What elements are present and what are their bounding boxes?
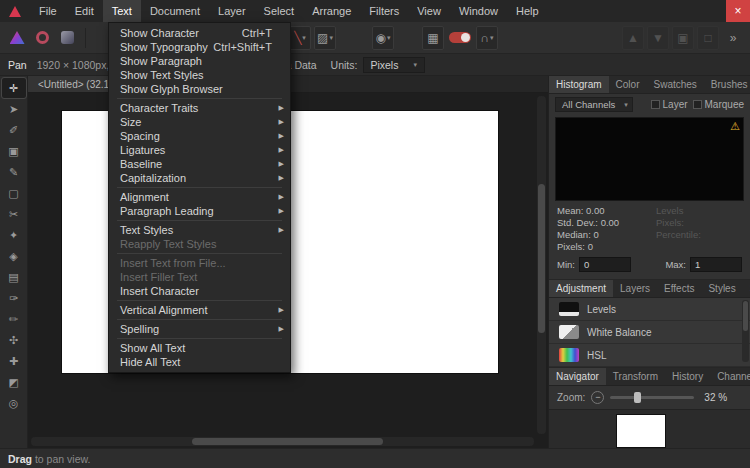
zoom-slider-knob[interactable]	[634, 392, 641, 403]
vertical-scrollbar[interactable]	[537, 96, 546, 434]
menu-item-insert-character[interactable]: Insert Character	[109, 284, 290, 298]
order-forward-button[interactable]: ▲	[622, 26, 644, 50]
tab-effects[interactable]: Effects	[657, 280, 701, 297]
clone-stamp-tool[interactable]: ✣	[2, 330, 26, 350]
menu-item-show-all-text[interactable]: Show All Text	[109, 341, 290, 355]
selection-brush-tool[interactable]: ✎	[2, 162, 26, 182]
tab-navigator[interactable]: Navigator	[549, 368, 606, 385]
window-close-button[interactable]: ×	[726, 0, 750, 22]
menu-edit[interactable]: Edit	[66, 0, 103, 22]
adjustment-scrollbar[interactable]	[742, 300, 749, 362]
max-input[interactable]	[690, 257, 742, 272]
menu-window[interactable]: Window	[450, 0, 507, 22]
menu-file[interactable]: File	[30, 0, 66, 22]
navigator-thumbnail[interactable]	[617, 415, 665, 447]
menu-item-baseline[interactable]: Baseline▶	[109, 157, 290, 171]
lasso-tool[interactable]: ✂	[2, 204, 26, 224]
photo-persona-button[interactable]	[6, 26, 28, 50]
pencil-tool[interactable]: ✏	[2, 309, 26, 329]
menu-item-spacing[interactable]: Spacing▶	[109, 129, 290, 143]
menu-item-alignment[interactable]: Alignment▶	[109, 190, 290, 204]
order-backward-button[interactable]: ▼	[647, 26, 669, 50]
adjustment-scrollbar-thumb[interactable]	[743, 301, 748, 331]
tab-stock[interactable]: Stock	[743, 280, 750, 297]
ungroup-button[interactable]: □	[697, 26, 719, 50]
menu-arrange[interactable]: Arrange	[303, 0, 360, 22]
assistant-toggle-button[interactable]	[447, 26, 473, 50]
menu-item-capitalization[interactable]: Capitalization▶	[109, 171, 290, 185]
menu-item-vertical-alignment[interactable]: Vertical Alignment▶	[109, 303, 290, 317]
paint-brush-tool[interactable]: ✑	[2, 288, 26, 308]
tab-brushes[interactable]: Brushes	[704, 76, 750, 93]
menu-item-size[interactable]: Size▶	[109, 115, 290, 129]
adjustment-levels[interactable]: Levels	[549, 298, 750, 321]
tab-color[interactable]: Color	[609, 76, 647, 93]
menu-help[interactable]: Help	[507, 0, 548, 22]
menu-item-text-styles[interactable]: Text Styles▶	[109, 223, 290, 237]
menu-item-show-character[interactable]: Show CharacterCtrl+T	[109, 26, 290, 40]
menu-separator	[117, 220, 282, 221]
tab-history[interactable]: History	[665, 368, 710, 385]
marquee-checkbox-group[interactable]: Marquee	[693, 99, 744, 110]
liquify-persona-button[interactable]	[31, 26, 53, 50]
layer-checkbox-group[interactable]: Layer	[651, 99, 688, 110]
marquee-select-tool[interactable]: ▢	[2, 183, 26, 203]
grid-toggle-button[interactable]: ▦	[422, 26, 444, 50]
develop-persona-button[interactable]	[56, 26, 78, 50]
transform-origin-button[interactable]: ▨▾	[314, 26, 336, 50]
min-input[interactable]	[579, 257, 631, 272]
menu-item-insert-text-from-file[interactable]: Insert Text from File...	[109, 256, 290, 270]
tab-channels[interactable]: Channels	[710, 368, 750, 385]
snapping-off-button[interactable]: ╲▾	[289, 26, 311, 50]
menu-filters[interactable]: Filters	[360, 0, 408, 22]
zoom-out-button[interactable]: −	[591, 391, 604, 404]
flood-select-tool[interactable]: ✦	[2, 225, 26, 245]
menu-view[interactable]: View	[408, 0, 450, 22]
channels-select[interactable]: All Channels▾	[555, 97, 633, 112]
menu-layer[interactable]: Layer	[209, 0, 255, 22]
menu-item-paragraph-leading[interactable]: Paragraph Leading▶	[109, 204, 290, 218]
zoom-tool[interactable]: ◎	[2, 393, 26, 413]
fill-tool[interactable]: ◈	[2, 246, 26, 266]
menu-item-show-typography[interactable]: Show TypographyCtrl+Shift+T	[109, 40, 290, 54]
healing-brush-tool[interactable]: ✚	[2, 351, 26, 371]
units-select[interactable]: Pixels▾	[363, 57, 425, 73]
marquee-checkbox[interactable]	[693, 100, 702, 109]
tab-styles[interactable]: Styles	[701, 280, 742, 297]
menu-item-ligatures[interactable]: Ligatures▶	[109, 143, 290, 157]
horizontal-scrollbar-thumb[interactable]	[192, 438, 383, 445]
gradient-tool[interactable]: ▤	[2, 267, 26, 287]
toolbar-overflow-button[interactable]: »	[722, 26, 744, 50]
erase-tool[interactable]: ◩	[2, 372, 26, 392]
menu-item-show-glyph-browser[interactable]: Show Glyph Browser	[109, 82, 290, 96]
tab-swatches[interactable]: Swatches	[646, 76, 703, 93]
menu-item-show-paragraph[interactable]: Show Paragraph	[109, 54, 290, 68]
menu-item-spelling[interactable]: Spelling▶	[109, 322, 290, 336]
zoom-slider[interactable]	[610, 396, 694, 399]
menu-item-show-text-styles[interactable]: Show Text Styles	[109, 68, 290, 82]
color-source-button[interactable]: ◉▾	[372, 26, 394, 50]
crop-tool[interactable]: ▣	[2, 141, 26, 161]
layer-checkbox[interactable]	[651, 100, 660, 109]
menu-item-insert-filler-text[interactable]: Insert Filler Text	[109, 270, 290, 284]
navigator-preview[interactable]	[549, 409, 750, 448]
color-picker-tool[interactable]: ✐	[2, 120, 26, 140]
menu-text[interactable]: Text	[103, 0, 141, 22]
adjustment-white-balance[interactable]: White Balance	[549, 321, 750, 344]
magnet-snap-button[interactable]: ∩▾	[476, 26, 498, 50]
menu-select[interactable]: Select	[255, 0, 304, 22]
tab-adjustment[interactable]: Adjustment	[549, 280, 613, 297]
menu-document[interactable]: Document	[141, 0, 209, 22]
group-button[interactable]: ▣	[672, 26, 694, 50]
view-tool[interactable]: ✛	[2, 78, 26, 98]
menu-item-hide-all-text[interactable]: Hide All Text	[109, 355, 290, 369]
vertical-scrollbar-thumb[interactable]	[538, 184, 545, 333]
horizontal-scrollbar[interactable]	[31, 437, 534, 446]
tab-transform[interactable]: Transform	[606, 368, 665, 385]
tab-histogram[interactable]: Histogram	[549, 76, 609, 93]
tab-layers[interactable]: Layers	[613, 280, 657, 297]
menu-item-character-traits[interactable]: Character Traits▶	[109, 101, 290, 115]
menu-item-reapply-text-styles[interactable]: Reapply Text Styles	[109, 237, 290, 251]
move-tool[interactable]: ➤	[2, 99, 26, 119]
adjustment-hsl[interactable]: HSL	[549, 344, 750, 367]
